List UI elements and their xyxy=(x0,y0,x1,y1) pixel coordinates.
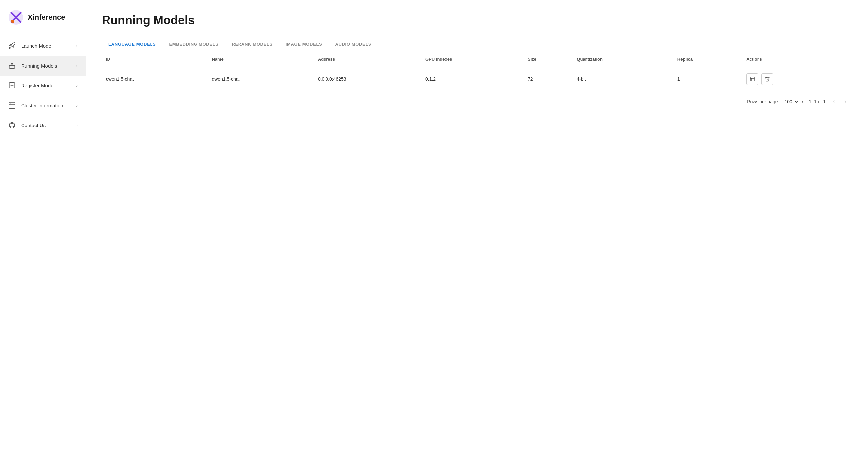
prev-page-button[interactable]: ‹ xyxy=(831,97,837,106)
svg-rect-2 xyxy=(9,65,15,68)
main-content: Running Models LANGUAGE MODELS EMBEDDING… xyxy=(86,0,868,453)
svg-rect-9 xyxy=(9,102,15,105)
chevron-right-icon: › xyxy=(76,43,78,48)
sidebar-item-launch-model-label: Launch Model xyxy=(21,43,71,49)
table-header-row: ID Name Address GPU Indexes Size Quantiz… xyxy=(102,51,852,67)
model-tabs: LANGUAGE MODELS EMBEDDING MODELS RERANK … xyxy=(102,38,852,51)
models-table: ID Name Address GPU Indexes Size Quantiz… xyxy=(102,51,852,91)
view-action-button[interactable] xyxy=(746,73,758,85)
col-header-size: Size xyxy=(524,51,572,67)
page-title: Running Models xyxy=(102,13,852,27)
cell-quantization: 4-bit xyxy=(572,67,674,91)
sidebar-item-cluster-information[interactable]: Cluster Information › xyxy=(0,95,86,115)
sidebar-item-running-models[interactable]: Running Models › xyxy=(0,56,86,76)
col-header-actions: Actions xyxy=(742,51,852,67)
tab-embedding-models[interactable]: EMBEDDING MODELS xyxy=(162,38,225,51)
sidebar: Xinference Launch Model › xyxy=(0,0,86,453)
chevron-right-icon-5: › xyxy=(76,122,78,128)
cell-id: qwen1.5-chat xyxy=(102,67,208,91)
github-icon xyxy=(8,121,16,129)
chevron-right-icon-4: › xyxy=(76,103,78,108)
logo-area: Xinference xyxy=(0,0,86,36)
sidebar-nav: Launch Model › Running Models › xyxy=(0,36,86,135)
server-icon xyxy=(8,101,16,109)
sidebar-item-launch-model[interactable]: Launch Model › xyxy=(0,36,86,56)
delete-action-button[interactable] xyxy=(762,73,773,85)
col-header-quantization: Quantization xyxy=(572,51,674,67)
sidebar-item-register-model[interactable]: Register Model › xyxy=(0,76,86,95)
tab-language-models[interactable]: LANGUAGE MODELS xyxy=(102,38,162,51)
chevron-right-icon-2: › xyxy=(76,63,78,68)
table-body: qwen1.5-chat qwen1.5-chat 0.0.0.0:46253 … xyxy=(102,67,852,91)
next-page-button[interactable]: › xyxy=(842,97,848,106)
rocket-icon xyxy=(8,42,16,50)
xinference-logo-icon xyxy=(8,9,24,25)
col-header-name: Name xyxy=(208,51,314,67)
rows-per-page-select[interactable]: 100 25 50 xyxy=(782,98,799,105)
sidebar-item-contact-us-label: Contact Us xyxy=(21,122,71,128)
svg-rect-13 xyxy=(750,77,754,81)
sidebar-item-running-models-label: Running Models xyxy=(21,63,71,68)
page-info: 1–1 of 1 xyxy=(809,99,826,104)
plus-square-icon xyxy=(8,82,16,89)
svg-point-1 xyxy=(11,20,14,23)
svg-rect-10 xyxy=(9,106,15,108)
cell-size: 72 xyxy=(524,67,572,91)
sidebar-item-cluster-info-label: Cluster Information xyxy=(21,103,71,108)
col-header-gpu-indexes: GPU Indexes xyxy=(422,51,524,67)
pagination: Rows per page: 100 25 50 ▾ 1–1 of 1 ‹ › xyxy=(102,91,852,112)
models-table-container: ID Name Address GPU Indexes Size Quantiz… xyxy=(102,51,852,112)
cell-replica: 1 xyxy=(674,67,742,91)
col-header-replica: Replica xyxy=(674,51,742,67)
tab-image-models[interactable]: IMAGE MODELS xyxy=(279,38,329,51)
cell-address: 0.0.0.0:46253 xyxy=(314,67,422,91)
sidebar-item-contact-us[interactable]: Contact Us › xyxy=(0,115,86,135)
col-header-id: ID xyxy=(102,51,208,67)
table-row: qwen1.5-chat qwen1.5-chat 0.0.0.0:46253 … xyxy=(102,67,852,91)
col-header-address: Address xyxy=(314,51,422,67)
cell-actions xyxy=(742,67,852,91)
rows-per-page-label: Rows per page: xyxy=(747,99,779,104)
tab-rerank-models[interactable]: RERANK MODELS xyxy=(225,38,279,51)
cell-gpu-indexes: 0,1,2 xyxy=(422,67,524,91)
rows-per-page-control: Rows per page: 100 25 50 ▾ xyxy=(747,98,804,105)
cell-name: qwen1.5-chat xyxy=(208,67,314,91)
app-name: Xinference xyxy=(28,13,65,22)
dropdown-icon: ▾ xyxy=(802,100,804,104)
sidebar-item-register-model-label: Register Model xyxy=(21,83,71,88)
robot-icon xyxy=(8,62,16,69)
tab-audio-models[interactable]: AUDIO MODELS xyxy=(329,38,378,51)
chevron-right-icon-3: › xyxy=(76,83,78,88)
